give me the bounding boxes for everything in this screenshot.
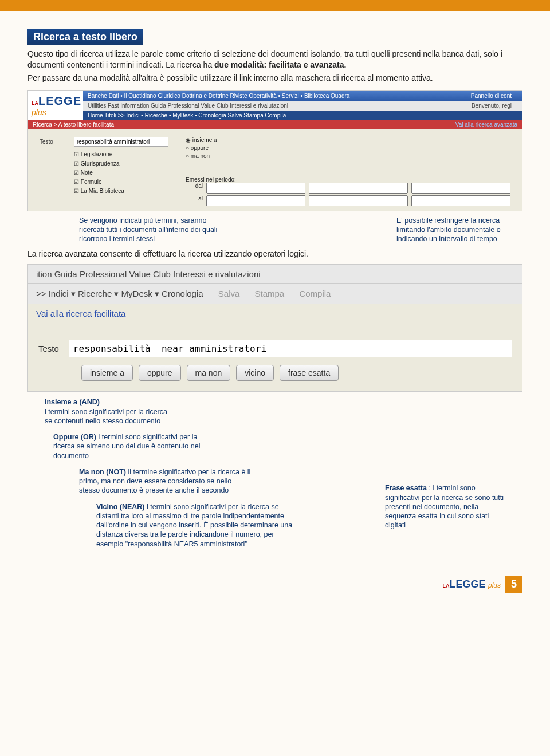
testo-row-2: Testo xyxy=(38,340,512,357)
app-logo: LALEGGE plus xyxy=(28,91,83,120)
check-giurisprudenza-label: Giurisprudenza xyxy=(81,160,120,167)
al-month[interactable] xyxy=(309,195,408,206)
operator-callouts: Insieme a (AND) i termini sono significa… xyxy=(28,397,522,549)
btn-vicino[interactable]: vicino xyxy=(236,365,274,381)
check-note[interactable]: ☑ Note xyxy=(74,168,168,178)
callout-not-head: Ma non (NOT) xyxy=(79,468,126,476)
callout-or: Oppure (OR) i termini sono significativi… xyxy=(53,432,214,460)
radio-manon-label: ma non xyxy=(191,153,210,159)
ambito-checks: ☑ Legislazione ☑ Giurisprudenza ☑ Note ☑… xyxy=(74,150,168,196)
radio-insieme[interactable]: ◉ insieme a xyxy=(186,137,510,143)
menubar-secondary-left[interactable]: Utilities Fast Information Guida Profess… xyxy=(88,103,288,109)
check-biblioteca-label: La Mia Biblioteca xyxy=(81,188,124,194)
testo-label-2: Testo xyxy=(38,344,59,353)
section-title: Ricerca a testo libero xyxy=(28,29,143,45)
check-formule[interactable]: ☑ Formule xyxy=(74,178,168,187)
page-footer: LALEGGE plus 5 xyxy=(0,573,550,600)
callout-and-text: i termini sono significativi per la rice… xyxy=(45,408,167,425)
footer-logo-la: LA xyxy=(443,583,450,589)
footer-logo-legge: LEGGE xyxy=(450,578,486,590)
dal-day[interactable] xyxy=(206,183,305,194)
screenshot-facilitata: LALEGGE plus Banche Dati • Il Quotidiano… xyxy=(28,90,522,211)
form-right: ◉ insieme a ○ oppure ○ ma non Emessi nel… xyxy=(186,137,510,206)
page-content: Ricerca a testo libero Questo tipo di ri… xyxy=(0,29,550,573)
testo-row: Testo xyxy=(40,137,168,147)
menubar-secondary-right: Benvenuto, regi xyxy=(472,103,512,109)
menubar-primary-left[interactable]: Banche Dati • Il Quotidiano Giuridico Do… xyxy=(88,93,349,99)
switch-to-facilitata-link[interactable]: Vai alla ricerca facilitata xyxy=(28,304,522,323)
callout-frase-esatta: Frase esatta : i termini sono significat… xyxy=(385,483,505,530)
shot1-menubars: Banche Dati • Il Quotidiano Giuridico Do… xyxy=(83,91,522,120)
radio-insieme-label: insieme a xyxy=(192,137,217,143)
period-label: Emessi nel periodo: xyxy=(186,176,510,183)
callout-and-head: Insieme a (AND) xyxy=(45,398,100,406)
check-legislazione[interactable]: ☑ Legislazione xyxy=(74,150,168,159)
btn-ma-non[interactable]: ma non xyxy=(187,365,231,381)
btn-frase-esatta[interactable]: frase esatta xyxy=(280,365,339,381)
check-formule-label: Formule xyxy=(81,179,102,185)
radio-oppure-label: oppure xyxy=(191,145,209,151)
avanzata-form: Testo insieme a oppure ma non vicino fra… xyxy=(28,323,522,391)
check-note-label: Note xyxy=(81,170,93,176)
logo-legge: LEGGE xyxy=(38,94,81,107)
shot2-bar1-items[interactable]: ition Guida Professional Value Club Inte… xyxy=(36,269,261,279)
dal-month[interactable] xyxy=(309,183,408,194)
menubar-primary[interactable]: Banche Dati • Il Quotidiano Giuridico Do… xyxy=(83,91,522,101)
shot2-stampa: Stampa xyxy=(255,289,285,298)
operator-buttons: insieme a oppure ma non vicino frase esa… xyxy=(81,365,512,381)
menubar-primary-right: Pannello di cont xyxy=(471,93,512,99)
menubar-tertiary[interactable]: Home Titoli >> Indici • Ricerche • MyDes… xyxy=(83,111,522,120)
intro-paragraph-1: Questo tipo di ricerca utilizza le parol… xyxy=(28,49,522,70)
period-block: Emessi nel periodo: dal al xyxy=(186,176,510,206)
shot2-bar1[interactable]: ition Guida Professional Value Club Inte… xyxy=(28,265,522,284)
dal-label: dal xyxy=(186,183,203,194)
shot2-compila: Compila xyxy=(299,289,331,298)
shot2-salva: Salva xyxy=(218,289,240,298)
logo-la: LA xyxy=(32,100,38,106)
btn-insieme-a[interactable]: insieme a xyxy=(81,365,133,381)
switch-to-advanced-link[interactable]: Vai alla ricerca avanzata xyxy=(455,121,517,128)
dal-year[interactable] xyxy=(411,183,510,194)
shot2-bar2[interactable]: >> Indici ▾ Ricerche ▾ MyDesk ▾ Cronolog… xyxy=(28,284,522,304)
screenshot-avanzata: ition Guida Professional Value Club Inte… xyxy=(28,264,522,392)
footer-logo: LALEGGE plus xyxy=(443,578,501,590)
breadcrumb-text: Ricerca > A testo libero facilitata xyxy=(33,121,114,128)
intro1-bold: due modalità: facilitata e avanzata. xyxy=(214,60,346,69)
callout-not: Ma non (NOT) il termine significativo pe… xyxy=(79,467,251,495)
breadcrumb: Ricerca > A testo libero facilitata Vai … xyxy=(28,120,522,129)
check-legislazione-label: Legislazione xyxy=(81,151,113,158)
check-biblioteca[interactable]: ☑ La Mia Biblioteca xyxy=(74,187,168,196)
menubar-tertiary-items[interactable]: Home Titoli >> Indici • Ricerche • MyDes… xyxy=(88,112,286,119)
page-number: 5 xyxy=(505,576,522,593)
callout-restringere: E' possibile restringere la ricerca limi… xyxy=(396,216,522,244)
callout-near-head: Vicino (NEAR) xyxy=(96,503,145,511)
al-label: al xyxy=(186,195,203,206)
form-left: Testo ☑ Legislazione ☑ Giurisprudenza ☑ … xyxy=(40,137,168,206)
facilitata-form: Testo ☑ Legislazione ☑ Giurisprudenza ☑ … xyxy=(28,129,522,211)
al-year[interactable] xyxy=(411,195,510,206)
radio-manon[interactable]: ○ ma non xyxy=(186,153,510,159)
radio-oppure[interactable]: ○ oppure xyxy=(186,145,510,151)
callout-and: Insieme a (AND) i termini sono significa… xyxy=(45,397,171,426)
shot2-bar2-left[interactable]: >> Indici ▾ Ricerche ▾ MyDesk ▾ Cronolog… xyxy=(36,289,203,298)
avanzata-subhead: La ricerca avanzata consente di effettua… xyxy=(28,249,522,258)
callout-near: Vicino (NEAR) i termini sono significati… xyxy=(96,502,302,549)
testo-input-2[interactable] xyxy=(69,340,512,357)
menubar-secondary[interactable]: Utilities Fast Information Guida Profess… xyxy=(83,101,522,111)
callout-or-head: Oppure (OR) xyxy=(53,433,96,441)
top-orange-bar xyxy=(0,0,550,11)
footer-logo-plus: plus xyxy=(488,581,501,589)
check-giurisprudenza[interactable]: ☑ Giurisprudenza xyxy=(74,159,168,168)
testo-input[interactable] xyxy=(74,137,168,147)
shot1-header: LALEGGE plus Banche Dati • Il Quotidiano… xyxy=(28,91,522,120)
callout-frase-head: Frase esatta xyxy=(385,484,427,492)
logo-plus: plus xyxy=(32,108,46,117)
callout-row-1: Se vengono indicati più termini, saranno… xyxy=(28,216,522,244)
testo-label: Testo xyxy=(40,139,74,145)
intro-paragraph-2: Per passare da una modalità all'altra è … xyxy=(28,73,522,84)
btn-oppure[interactable]: oppure xyxy=(139,365,181,381)
al-day[interactable] xyxy=(206,195,305,206)
callout-termini: Se vengono indicati più termini, saranno… xyxy=(79,216,228,244)
